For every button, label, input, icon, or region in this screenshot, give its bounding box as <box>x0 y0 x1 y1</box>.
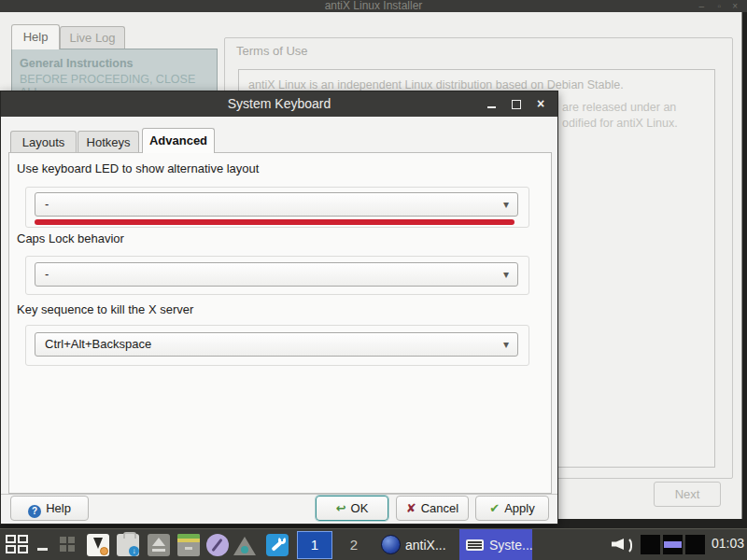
kill-x-value: Ctrl+Alt+Backspace <box>45 337 151 351</box>
file-drawer-launcher-icon[interactable] <box>177 534 200 556</box>
ok-button[interactable]: ↩OK <box>316 496 388 521</box>
task-button-system-keyboard-label: Syste... <box>489 538 533 553</box>
cancel-button-label: Cancel <box>421 501 458 515</box>
eject-launcher-icon[interactable] <box>148 534 170 556</box>
settings-launcher-icon[interactable] <box>266 534 289 556</box>
tab-help[interactable]: Help <box>11 24 60 49</box>
speaker-icon[interactable] <box>612 535 632 554</box>
browser-launcher-icon[interactable] <box>206 534 229 556</box>
task-button-antix[interactable]: antiX... <box>375 529 458 560</box>
kill-x-dropdown[interactable]: Ctrl+Alt+Backspace ▾ <box>35 332 518 357</box>
installer-launcher-icon[interactable] <box>87 534 109 556</box>
terms-text-fragment: odified for antiX Linux. <box>562 117 678 130</box>
apply-button[interactable]: ✔Apply <box>475 496 549 521</box>
help-button[interactable]: ?Help <box>10 496 89 521</box>
menu-icon[interactable] <box>6 535 30 554</box>
caps-lock-label: Caps Lock behavior <box>17 231 124 245</box>
image-tool-launcher-icon[interactable] <box>233 537 256 555</box>
tab-layouts[interactable]: Layouts <box>10 131 77 153</box>
caps-lock-dropdown[interactable]: - ▾ <box>35 262 518 287</box>
attention-underline <box>35 219 514 225</box>
workspace-button-1[interactable]: 1 <box>297 531 332 559</box>
installer-title: antiX Linux Installer <box>325 0 423 12</box>
help-icon: ? <box>28 505 41 518</box>
led-layout-label: Use keyboard LED to show alternative lay… <box>17 161 259 175</box>
tab-hotkeys[interactable]: Hotkeys <box>78 131 139 153</box>
close-icon[interactable]: × <box>533 97 548 111</box>
next-button[interactable]: Next <box>654 482 721 507</box>
globe-icon <box>381 535 401 554</box>
chevron-down-icon: ▾ <box>503 193 509 216</box>
tray-icon-3[interactable] <box>685 535 705 554</box>
tray-icon-2[interactable] <box>663 535 683 554</box>
minimize-icon[interactable] <box>485 97 500 111</box>
workspace-button-2[interactable]: 2 <box>338 531 370 559</box>
tab-advanced[interactable]: Advanced <box>142 128 215 153</box>
tray-icon-1[interactable] <box>641 535 660 554</box>
led-layout-value: - <box>45 197 49 211</box>
help-button-label: Help <box>46 501 71 515</box>
installer-close-icon[interactable]: × <box>732 1 738 11</box>
terms-text: antiX Linux is an independent Linux dist… <box>248 78 705 91</box>
caps-lock-value: - <box>45 267 49 281</box>
kill-x-label: Key sequence to kill the X server <box>17 302 193 316</box>
maximize-icon[interactable] <box>509 97 524 111</box>
terms-of-use-label: Terms of Use <box>236 44 308 58</box>
ok-icon: ↩ <box>336 501 346 515</box>
caps-lock-field-frame: - ▾ <box>25 256 529 295</box>
apply-icon: ✔ <box>489 501 500 515</box>
clock: 01:03 <box>712 536 744 551</box>
installer-minimize-icon[interactable]: – <box>698 1 704 11</box>
tab-live-log[interactable]: Live Log <box>60 26 125 49</box>
ok-button-label: OK <box>351 501 369 515</box>
terms-text-fragment: are released under an <box>562 101 676 114</box>
pager-grid-icon[interactable] <box>60 537 77 553</box>
apply-button-label: Apply <box>504 501 535 515</box>
dialog-title: System Keyboard <box>228 96 331 111</box>
dialog-titlebar[interactable]: System Keyboard <box>1 91 557 117</box>
chevron-down-icon: ▾ <box>503 263 509 286</box>
installer-maximize-icon[interactable]: ▫ <box>717 1 721 11</box>
task-button-system-keyboard[interactable]: Syste... <box>459 529 532 560</box>
footer-separator <box>1 494 557 495</box>
task-button-antix-label: antiX... <box>405 538 446 553</box>
keyboard-icon <box>466 539 484 551</box>
show-desktop-icon[interactable] <box>37 548 48 551</box>
desktop: antiX Linux Installer – ▫ × Help Live Lo… <box>0 0 747 560</box>
chevron-down-icon: ▾ <box>503 333 509 356</box>
system-keyboard-dialog: System Keyboard × Layouts Hotkeys Advanc… <box>0 91 558 525</box>
cancel-icon: ✘ <box>406 501 416 515</box>
kill-x-field-frame: Ctrl+Alt+Backspace ▾ <box>25 325 529 366</box>
installer-titlebar[interactable]: antiX Linux Installer – ▫ × <box>0 0 747 12</box>
taskbar: ↓ 1 2 antiX... Syste... 01:03 <box>0 528 747 560</box>
briefcase-launcher-icon[interactable]: ↓ <box>117 534 139 556</box>
led-layout-field-frame: - ▾ <box>25 187 529 228</box>
cancel-button[interactable]: ✘Cancel <box>396 496 469 521</box>
help-panel-heading: General Instructions <box>20 57 209 70</box>
led-layout-dropdown[interactable]: - ▾ <box>35 192 518 217</box>
